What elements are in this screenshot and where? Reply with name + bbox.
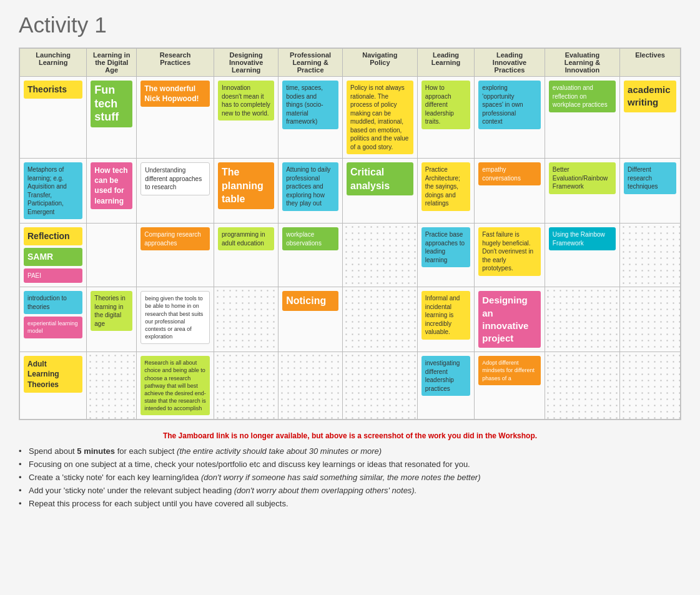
cell-r2c1: Metaphors of learning; e.g. Aquisition a…	[20, 159, 87, 224]
cell-r4c9	[545, 287, 619, 352]
col-header-10: Electives	[620, 49, 681, 77]
cell-r4c10	[620, 287, 681, 352]
activity-board: LaunchingLearning Learning inthe Digital…	[19, 47, 681, 420]
cell-r3c9: Using the Rainbow Framework	[545, 224, 619, 287]
cell-r3c6	[343, 224, 418, 287]
cell-r2c10: Different research techniques	[620, 159, 681, 224]
col-header-5: ProfessionalLearning &Practice	[279, 49, 343, 77]
cell-r4c5: Noticing	[279, 287, 343, 352]
cell-r2c9: Better Evaluation/Rainbow Framework	[545, 159, 619, 224]
list-item: Create a 'sticky note' for each key lear…	[19, 473, 681, 482]
col-header-7: LeadingLearning	[417, 49, 474, 77]
cell-r1c1: Theorists	[20, 77, 87, 159]
cell-r4c2: Theories in learning in the digital age	[87, 287, 137, 352]
cell-r4c3: being given the tools to be able to home…	[137, 287, 214, 352]
cell-r5c7: investigating different leadership pract…	[417, 352, 474, 420]
cell-r3c5: workplace observations	[279, 224, 343, 287]
cell-r3c4: programming in adult education	[214, 224, 279, 287]
cell-r2c7: Practice Architecture; the sayings, doin…	[417, 159, 474, 224]
col-header-8: LeadingInnovativePractices	[475, 49, 545, 77]
cell-r3c8: Fast failure is hugely beneficial. Don't…	[475, 224, 545, 287]
cell-r1c4: Innovation doesn't mean it has to comple…	[214, 77, 279, 159]
cell-r5c1: Adult Learning Theories	[20, 352, 87, 420]
cell-r5c10	[620, 352, 681, 420]
cell-r2c6: Critical analysis	[343, 159, 418, 224]
cell-r3c2	[87, 224, 137, 287]
cell-r4c8: Designing an innovative project	[475, 287, 545, 352]
list-item: Repeat this process for each subject unt…	[19, 499, 681, 508]
cell-r1c6: Policy is not always rationale. The proc…	[343, 77, 418, 159]
cell-r2c4: The planning table	[214, 159, 279, 224]
col-header-9: EvaluatingLearning &Innovation	[545, 49, 619, 77]
list-item: Focusing on one subject at a time, check…	[19, 460, 681, 469]
table-row: Theorists Funtechstuff The wonderful Nic…	[20, 77, 681, 159]
cell-r3c1: Reflection SAMR PAEI	[20, 224, 87, 287]
page-title: Activity 1	[19, 12, 681, 37]
table-row: introduction to theories experiential le…	[20, 287, 681, 352]
cell-r4c7: Informal and incidental learning is incr…	[417, 287, 474, 352]
col-header-3: ResearchPractices	[137, 49, 214, 77]
cell-r1c8: exploring 'opportunity spaces' in own pr…	[475, 77, 545, 159]
cell-r1c9: evaluation and reflection on workplace p…	[545, 77, 619, 159]
grid-table: LaunchingLearning Learning inthe Digital…	[19, 48, 681, 420]
list-item: Spend about 5 minutes for each subject (…	[19, 446, 681, 456]
cell-r2c8: empathy conversations	[475, 159, 545, 224]
col-header-1: LaunchingLearning	[20, 49, 87, 77]
cell-r4c1: introduction to theories experiential le…	[20, 287, 87, 352]
list-item: Add your 'sticky note' under the relevan…	[19, 486, 681, 495]
col-header-4: DesigningInnovativeLearning	[214, 49, 279, 77]
col-header-6: NavigatingPolicy	[343, 49, 418, 77]
cell-r1c10: academic writing	[620, 77, 681, 159]
cell-r1c3: The wonderful Nick Hopwood!	[137, 77, 214, 159]
cell-r1c7: How to approach different leadership tra…	[417, 77, 474, 159]
cell-r5c2	[87, 352, 137, 420]
notice-text: The Jamboard link is no longer available…	[19, 431, 681, 440]
table-row: Metaphors of learning; e.g. Aquisition a…	[20, 159, 681, 224]
cell-r5c9	[545, 352, 619, 420]
cell-r2c5: Attuning to daily professional practices…	[279, 159, 343, 224]
col-header-2: Learning inthe DigitalAge	[87, 49, 137, 77]
cell-r4c6	[343, 287, 418, 352]
table-row: Reflection SAMR PAEI Comparing research …	[20, 224, 681, 287]
cell-r5c6	[343, 352, 418, 420]
cell-r5c8: Adopt different mindsets for different p…	[475, 352, 545, 420]
cell-r1c5: time, spaces, bodies and things (socio-m…	[279, 77, 343, 159]
cell-r2c2: How tech can be used for learning	[87, 159, 137, 224]
table-row: Adult Learning Theories Research is all …	[20, 352, 681, 420]
instructions-list: Spend about 5 minutes for each subject (…	[19, 446, 681, 508]
cell-r4c4	[214, 287, 279, 352]
cell-r2c3: Understanding different approaches to re…	[137, 159, 214, 224]
cell-r5c3: Research is all about choice and being a…	[137, 352, 214, 420]
cell-r1c2: Funtechstuff	[87, 77, 137, 159]
cell-r3c7: Practice base approaches to leading lear…	[417, 224, 474, 287]
cell-r3c3: Comparing research approaches	[137, 224, 214, 287]
cell-r5c5	[279, 352, 343, 420]
cell-r5c4	[214, 352, 279, 420]
cell-r3c10	[620, 224, 681, 287]
